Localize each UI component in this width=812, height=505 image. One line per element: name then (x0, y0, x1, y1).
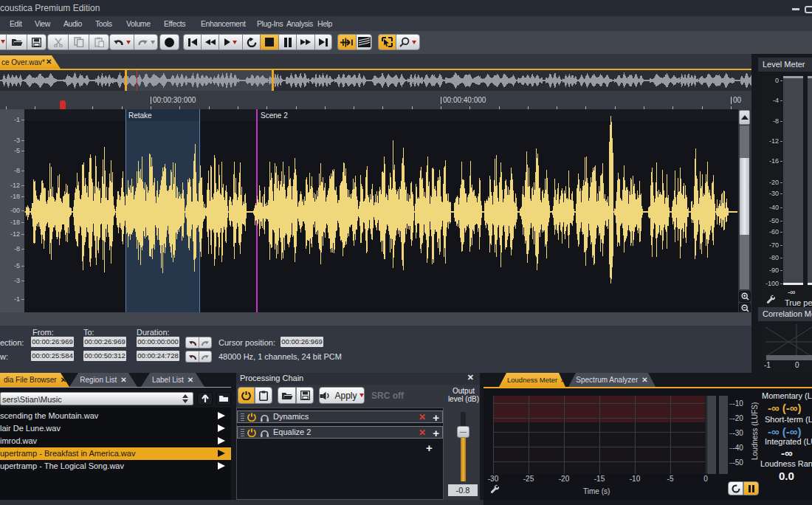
svg-text:-1: -1 (764, 361, 771, 369)
svg-text:0: 0 (795, 361, 799, 369)
